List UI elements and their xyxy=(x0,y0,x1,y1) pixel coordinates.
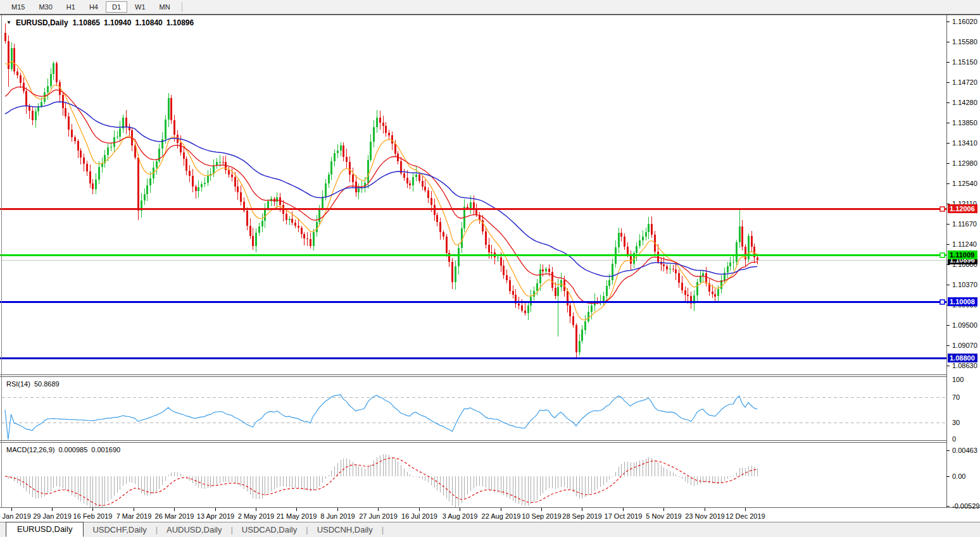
timeframe-button-m15[interactable]: M15 xyxy=(5,1,31,13)
candle-body xyxy=(385,126,387,133)
candle-body xyxy=(198,187,199,191)
candle-body xyxy=(358,188,360,192)
candle-body xyxy=(678,273,680,283)
candle-body xyxy=(451,262,453,282)
tab-usdchf-daily[interactable]: USDCHF,Daily xyxy=(84,525,155,534)
date-axis-label: 21 May 2019 xyxy=(277,512,317,520)
rsi-name: RSI(14) xyxy=(6,380,30,388)
timeframe-button-mn[interactable]: MN xyxy=(153,1,177,13)
candle-body xyxy=(125,118,127,127)
price-axis-label: 1.15580 xyxy=(952,38,977,46)
symbol-title: EURUSD,Daily xyxy=(16,18,68,27)
candle-body xyxy=(25,91,27,106)
tab-usdcad-daily[interactable]: USDCAD,Daily xyxy=(233,525,306,534)
date-axis-label: 16 Feb 2019 xyxy=(73,512,113,520)
candle-body xyxy=(156,161,158,168)
candle-body xyxy=(189,171,191,176)
candle-body xyxy=(506,275,508,280)
open-value: 1.10865 xyxy=(73,18,100,27)
tab-audusd-daily[interactable]: AUDUSD,Daily xyxy=(158,525,230,534)
candle-body xyxy=(231,175,233,177)
timeframe-button-m30[interactable]: M30 xyxy=(32,1,58,13)
candle-body xyxy=(279,197,281,205)
tab-eurusd-daily[interactable]: EURUSD,Daily xyxy=(6,522,84,537)
candle-body xyxy=(116,137,118,137)
candle-body xyxy=(403,173,405,178)
candle-body xyxy=(488,245,490,252)
candle-body xyxy=(110,147,112,147)
high-value: 1.10940 xyxy=(104,18,131,27)
candle-body xyxy=(455,266,456,282)
price-axis-label: 1.12540 xyxy=(952,180,977,187)
candle-body xyxy=(68,116,70,130)
candle-body xyxy=(555,288,556,297)
candle-body xyxy=(334,153,336,162)
candle-body xyxy=(485,231,487,245)
support-line-blue-handle[interactable] xyxy=(940,300,945,304)
timeframe-button-h1[interactable]: H1 xyxy=(60,1,82,13)
trading-terminal-window: M15M30H1H4D1W1MN 1.160201.155801.151501.… xyxy=(0,0,980,537)
candle-body xyxy=(258,226,260,233)
candle-body xyxy=(20,75,22,83)
candle-body xyxy=(687,295,689,297)
candle-body xyxy=(642,237,644,240)
tab-usdcnh-daily[interactable]: USDCNH,Daily xyxy=(308,525,382,534)
candle-body xyxy=(608,280,610,285)
candle-body xyxy=(681,283,683,290)
rsi-axis-label: 70 xyxy=(952,393,960,401)
timeframe-button-w1[interactable]: W1 xyxy=(129,1,152,13)
candle-body xyxy=(424,187,426,190)
candle-body xyxy=(518,304,520,306)
date-axis-label: 22 Aug 2019 xyxy=(482,512,521,520)
macd-axis-label: 0.00463 xyxy=(952,447,977,454)
candle-body xyxy=(712,292,713,294)
candle-body xyxy=(551,272,553,288)
candle-body xyxy=(430,198,432,205)
rsi-axis-label: 30 xyxy=(952,419,960,426)
candle-body xyxy=(367,160,369,183)
candle-body xyxy=(591,306,593,312)
candle-body xyxy=(298,226,299,228)
price-axis-label: 1.16020 xyxy=(952,18,977,25)
candle-body xyxy=(240,192,242,202)
candle-body xyxy=(165,120,166,139)
price-axis-label: 1.11240 xyxy=(952,240,977,248)
candle-body xyxy=(491,252,493,253)
low-value: 1.10840 xyxy=(135,18,162,27)
support-line-green-handle[interactable] xyxy=(940,253,945,257)
candle-body xyxy=(13,48,15,71)
candle-body xyxy=(467,207,468,208)
candle-body xyxy=(572,316,574,325)
candle-body xyxy=(349,162,351,174)
rsi-axis-label: 0 xyxy=(952,435,956,443)
candle-body xyxy=(74,137,76,141)
candle-body xyxy=(446,237,448,253)
candle-body xyxy=(255,233,257,246)
candle-body xyxy=(620,233,622,237)
candle-body xyxy=(261,221,263,226)
timeframe-button-h4[interactable]: H4 xyxy=(83,1,104,13)
candle-body xyxy=(170,98,172,120)
candle-body xyxy=(645,232,647,237)
resistance-line-handle[interactable] xyxy=(940,207,945,211)
candle-body xyxy=(666,266,668,269)
candle-body xyxy=(113,137,115,147)
candle-body xyxy=(303,234,305,238)
date-axis-label: 5 Nov 2019 xyxy=(646,512,681,520)
resistance-line-badge: 1.12006 xyxy=(948,204,977,213)
candle-body xyxy=(448,253,450,262)
timeframe-button-d1[interactable]: D1 xyxy=(106,1,127,13)
candle-body xyxy=(322,197,324,208)
candle-body xyxy=(352,175,354,182)
candle-body xyxy=(539,269,541,283)
candle-body xyxy=(418,175,420,182)
chart-area: 1.160201.155801.151501.147201.142801.138… xyxy=(0,15,980,522)
candle-body xyxy=(606,286,608,297)
symbol-list-arrow-icon[interactable]: ▼ xyxy=(6,20,11,25)
candle-body xyxy=(310,239,311,246)
date-axis-label: 10 Sep 2019 xyxy=(522,512,561,520)
macd-value2: 0.001690 xyxy=(91,446,120,454)
symbol-tabbar: EURUSD,DailyUSDCHF,Daily|AUDUSD,Daily|US… xyxy=(0,522,980,537)
candle-body xyxy=(11,48,13,69)
svg-text:1.08800: 1.08800 xyxy=(950,354,975,362)
